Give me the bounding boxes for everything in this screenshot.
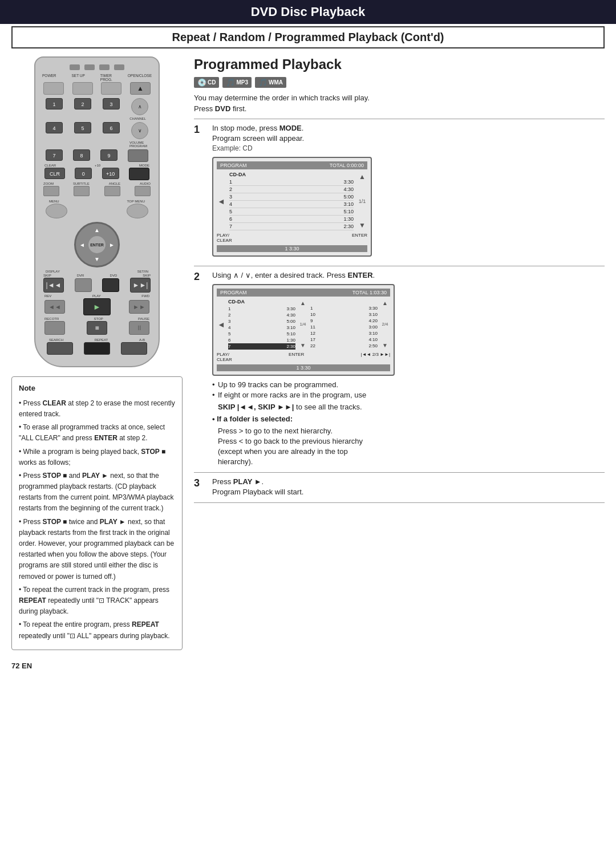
top-menu-label: TOP MENU [127,200,145,203]
s2-r4: 113:00 [310,324,378,330]
play-label: PLAY [92,294,101,298]
step-1-sub: Program screen will appear. [212,134,605,143]
ab-button[interactable] [121,342,147,355]
menu-button[interactable] [46,204,67,218]
skip-labels: SKIP DVR DVD SKIP [41,274,153,277]
dvd-label: DVD [110,274,117,277]
fwd-button[interactable]: ►► [129,300,149,314]
screen-1-nav-right: ▲ 1/1 ▼ [357,172,367,230]
record-label: RECOTR [44,317,59,320]
screen-1-footer: PLAY/CLEAR ENTER [217,233,367,243]
audio-button[interactable] [135,186,151,196]
subtitle-label: SUBTITLE [73,182,90,185]
angle-button[interactable] [104,186,120,196]
nav-up-arrow[interactable]: ▲ [94,227,100,233]
screen-2: PROGRAM TOTAL 1:03:30 ◄ CD-DA 13:30 24:3… [212,284,395,376]
s2-l7: 72:30 [228,343,295,350]
s2-l1: 13:30 [228,306,295,312]
play-button[interactable]: ► [83,298,111,315]
left-column: POWER SET UP TIMERPROG. OPEN/CLOSE ▲ 1 2… [11,56,183,650]
rev-label: REV [44,294,51,298]
top-btn-row: ▲ [41,82,153,95]
step-3-sub: Program Playback will start. [212,488,605,496]
channel-down[interactable]: ∨ [131,122,148,139]
num-4[interactable]: 4 [46,122,63,133]
open-close-button[interactable]: ▲ [130,82,151,95]
footer: 72 EN [0,656,616,676]
s2-r7: 222:50 [310,343,378,349]
screen-2-nav-mid: ▲ 1/4 ▼ [298,299,308,350]
page-number: 72 EN [11,662,32,670]
num-6[interactable]: 6 [103,122,120,133]
screen-1-list: CD-DA 13:30 24:30 35:00 43:10 55:10 61:3… [229,172,354,230]
step-3-row: 3 Press PLAY ►. Program Playback will st… [194,477,605,498]
screen-2-page-label: |◄◄ 2/3 ►►| [361,352,390,362]
num-7[interactable]: 7 [46,149,63,161]
search-button[interactable] [47,342,73,355]
skip-fwd-button[interactable]: ►►| [130,278,151,293]
rev-button[interactable]: ◄◄ [44,300,65,314]
top-label-row: POWER SET UP TIMERPROG. OPEN/CLOSE [41,74,153,82]
dvr-button[interactable] [75,278,92,292]
main-content: POWER SET UP TIMERPROG. OPEN/CLOSE ▲ 1 2… [0,51,616,656]
num-8[interactable]: 8 [73,149,90,161]
num-2[interactable]: 2 [74,98,91,109]
num-1[interactable]: 1 [46,98,63,109]
subtitle-button[interactable] [74,186,90,196]
pause-label: PAUSE [138,317,149,320]
note-item-7: • To repeat the entire program, press RE… [19,619,175,641]
num-9[interactable]: 9 [100,149,117,161]
vol-prog-btn[interactable] [128,149,148,162]
power-button[interactable] [43,82,64,95]
num-0[interactable]: 0 [75,168,92,179]
nav-right-arrow[interactable]: ► [109,242,115,248]
mode-button[interactable] [129,168,149,180]
set-in-label: SET/IN [137,270,148,273]
screen-1-track-1: 13:30 [229,178,354,186]
repeat-title: Repeat / Random / Programmed Playback (C… [172,31,444,43]
volume-label-row: VOLUMEPROGRAM [41,141,153,148]
zoom-label: ZOOM [43,182,54,185]
num-3[interactable]: 3 [103,98,120,109]
volume-label: VOLUMEPROGRAM [129,141,147,148]
folder-selected: • If a folder is selected: [212,415,605,423]
timer-button[interactable] [101,82,121,95]
skip-back-button[interactable]: |◄◄ [43,278,64,293]
display-label: DISPLAY [46,270,60,273]
folder-line-4: hierarchy). [218,457,605,466]
num-5[interactable]: 5 [74,122,91,133]
clear-label: CLEAR [44,164,56,167]
repeat-header: Repeat / Random / Programmed Playback (C… [11,26,605,48]
record-button[interactable] [44,321,65,335]
s2-l2: 24:30 [228,312,295,318]
repeat-button[interactable] [84,342,110,355]
top-menu-button[interactable] [127,204,148,218]
enter-button[interactable]: ENTER [87,235,107,254]
s2-r6: 174:10 [310,336,378,343]
dvd-select-button[interactable] [102,278,119,292]
nav-left-arrow[interactable]: ◄ [79,242,85,248]
screen-2-program-label: PROGRAM [220,290,247,295]
dvr-label: DVR [77,274,84,277]
clear-button[interactable]: CLR [44,168,65,179]
screen-1-track-7: 72:30 [229,223,354,230]
wma-icon: 🎵 WMA [255,77,286,88]
section-title: Programmed Playback [194,56,605,72]
screen-2-body: ◄ CD-DA 13:30 24:30 35:00 43:10 55:10 61… [217,299,390,350]
skip-text: SKIP |◄◄, SKIP ►►| to see all the tracks… [218,403,605,411]
step-3-main: Press PLAY ►. [212,477,605,486]
setup-button[interactable] [72,82,93,95]
screen-2-disc: CD-DA [228,299,295,305]
plus10-button[interactable]: +10 [102,168,119,179]
menu-row [41,204,153,218]
nav-down-arrow[interactable]: ▼ [94,256,100,262]
zoom-button[interactable] [43,186,59,196]
pause-button[interactable]: ⏸ [129,321,149,335]
screen-2-right-list: 13:30 103:10 94:20 113:00 123:10 174:10 … [310,299,378,350]
step-1-content: In stop mode, press MODE. Program screen… [212,124,605,261]
channel-up[interactable]: ∧ [131,98,148,115]
screen-1-program-label: PROGRAM [220,163,247,168]
folder-line-2: Press < to go back to the previous hiera… [218,437,605,445]
audio-label: AUDIO [140,182,151,185]
stop-button[interactable]: ■ [87,321,107,335]
